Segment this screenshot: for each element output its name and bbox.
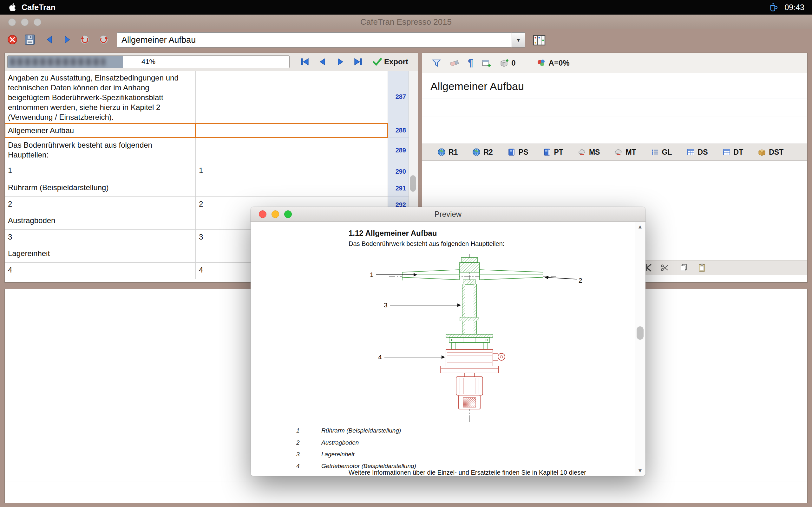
preview-titlebar[interactable]: Preview: [251, 207, 646, 222]
filter-icon[interactable]: [432, 58, 441, 68]
cloud-icon: [578, 148, 586, 156]
copy-icon[interactable]: [679, 263, 689, 273]
resource-label: DT: [734, 148, 744, 157]
search-previous-icon[interactable]: [79, 34, 90, 45]
menubar-clock[interactable]: 09:43: [784, 3, 804, 12]
preview-scrollbar[interactable]: ▲ ▼: [635, 222, 646, 476]
preview-close-button[interactable]: [259, 210, 266, 218]
resource-label: R2: [484, 148, 493, 157]
resource-button-r1[interactable]: R1: [438, 148, 458, 157]
menu-bar: CafeTran 09:43: [0, 0, 812, 14]
box-icon: [758, 148, 766, 156]
editor-toolbar: ¶ 0 A=0%: [422, 53, 807, 73]
grid-header: 41% Export: [5, 53, 418, 71]
source-cell[interactable]: 1: [5, 163, 196, 180]
resource-button-ms[interactable]: MS: [578, 148, 600, 157]
segment-number: 288: [388, 123, 409, 138]
resource-button-dt[interactable]: DT: [722, 148, 744, 157]
target-editor-text[interactable]: Allgemeiner Aufbau: [430, 80, 524, 93]
search-next-icon[interactable]: [98, 34, 109, 45]
resource-label: MT: [625, 148, 636, 157]
resource-label: DS: [698, 148, 708, 157]
resource-button-r2[interactable]: R2: [472, 148, 493, 157]
match-stat-label: A=0%: [549, 59, 570, 67]
main-toolbar: ▼: [0, 29, 812, 51]
globe-icon: [438, 148, 446, 156]
target-cell[interactable]: [196, 71, 388, 123]
source-cell[interactable]: 4: [5, 263, 196, 279]
segment-row[interactable]: 1 1 290: [5, 163, 409, 180]
segment-row[interactable]: Angaben zu Ausstattung, Einsatzbedingung…: [5, 71, 409, 123]
add-memory-icon[interactable]: [499, 58, 509, 68]
match-stats-icon[interactable]: [537, 58, 546, 68]
progress-percent-label: 41%: [8, 56, 289, 68]
target-cell[interactable]: 1: [196, 163, 388, 180]
resource-label: MS: [589, 148, 600, 157]
agitator-drawing: 1 2 3 4: [292, 252, 596, 425]
resource-button-gl[interactable]: GL: [651, 148, 672, 157]
legend-item: 1Rührarm (Beispieldarstellung): [296, 427, 401, 434]
back-icon[interactable]: [45, 35, 55, 44]
field-dropdown-icon[interactable]: ▼: [512, 32, 525, 48]
source-cell[interactable]: Allgemeiner Aufbau: [5, 123, 196, 138]
cut-icon[interactable]: [660, 263, 670, 273]
segment-row[interactable]: Das Bodenrührwerk besteht aus folgenden …: [5, 138, 409, 163]
forward-icon[interactable]: [62, 35, 72, 44]
source-cell[interactable]: Rührarm (Beispieldarstellung): [5, 180, 196, 197]
app-menu-title[interactable]: CafeTran: [21, 3, 55, 12]
legend-number: 1: [296, 427, 321, 434]
source-cell[interactable]: Lagereinheit: [5, 246, 196, 263]
book-icon: [543, 148, 551, 156]
zoom-button[interactable]: [34, 18, 41, 26]
source-cell[interactable]: Austragboden: [5, 213, 196, 230]
screen: CafeTran 09:43 CafeTran Espresso 2015: [0, 0, 812, 507]
source-cell[interactable]: 2: [5, 197, 196, 213]
scroll-down-icon[interactable]: ▼: [635, 468, 645, 474]
resource-button-mt[interactable]: MT: [614, 148, 636, 157]
target-cell[interactable]: [196, 180, 388, 197]
export-button[interactable]: Export: [384, 57, 408, 66]
eraser-icon[interactable]: [450, 59, 460, 67]
resource-button-ds[interactable]: DS: [687, 148, 708, 157]
window-title: CafeTran Espresso 2015: [0, 14, 812, 29]
resource-button-pt[interactable]: PT: [543, 148, 563, 157]
previous-segment-icon[interactable]: [317, 57, 328, 67]
close-button[interactable]: [8, 18, 16, 26]
preview-scrollbar-thumb[interactable]: [637, 326, 644, 340]
callout-1: 1: [370, 271, 374, 278]
legend-text: Rührarm (Beispieldarstellung): [321, 427, 401, 434]
scroll-up-icon[interactable]: ▲: [635, 224, 645, 230]
last-segment-icon[interactable]: [353, 57, 363, 67]
preview-zoom-button[interactable]: [284, 210, 292, 218]
source-cell[interactable]: Das Bodenrührwerk besteht aus folgenden …: [5, 138, 196, 163]
grid-scrollbar-thumb[interactable]: [410, 175, 416, 192]
resource-label: PS: [519, 148, 528, 157]
next-segment-icon[interactable]: [335, 57, 345, 67]
apple-menu-icon[interactable]: [9, 3, 16, 11]
minimize-button[interactable]: [21, 18, 29, 26]
target-segment-field[interactable]: [117, 32, 512, 48]
resource-button-ps[interactable]: PS: [507, 148, 528, 157]
table-icon: [687, 148, 695, 156]
formatting-marks-icon[interactable]: ¶: [468, 58, 473, 68]
segment-number: 290: [388, 163, 409, 180]
segment-row-active[interactable]: Allgemeiner Aufbau 288: [5, 123, 409, 138]
save-icon[interactable]: [24, 34, 36, 45]
source-cell[interactable]: 3: [5, 230, 196, 246]
source-cell[interactable]: Angaben zu Ausstattung, Einsatzbedingung…: [5, 71, 196, 123]
editor-gridline: [422, 135, 807, 135]
grid-tool-icon[interactable]: [533, 35, 546, 46]
resource-button-dst[interactable]: DST: [758, 148, 783, 157]
export-check-icon[interactable]: [372, 57, 382, 67]
add-segment-icon[interactable]: [481, 58, 491, 68]
target-cell[interactable]: [196, 123, 388, 138]
remove-document-icon[interactable]: [7, 34, 18, 45]
target-cell[interactable]: [196, 138, 388, 163]
preview-content: 1.12 Allgemeiner Aufbau Das Bodenrührwer…: [251, 222, 646, 476]
preview-minimize-button[interactable]: [271, 210, 279, 218]
first-segment-icon[interactable]: [300, 57, 310, 67]
segment-row[interactable]: Rührarm (Beispieldarstellung) 291: [5, 180, 409, 197]
cafetran-menubar-icon[interactable]: [768, 3, 778, 12]
legend-item: 2Austragboden: [296, 439, 359, 446]
paste-icon[interactable]: [698, 263, 707, 273]
